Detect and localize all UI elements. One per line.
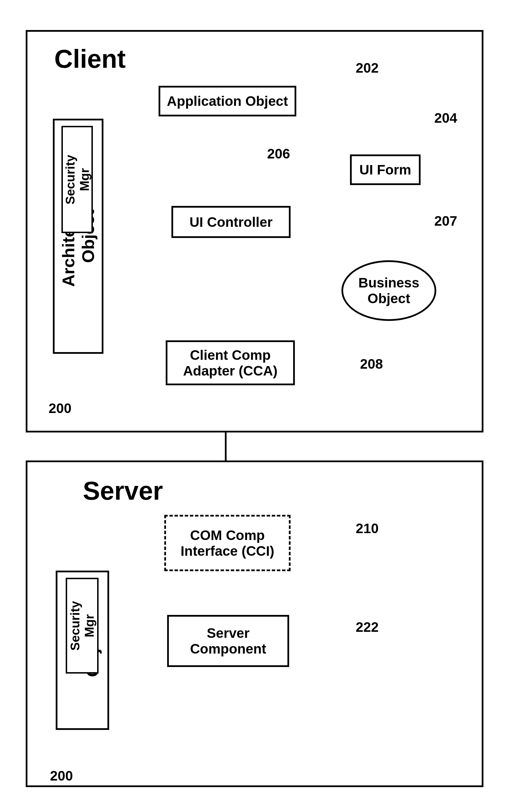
server-title: Server [83,476,163,506]
ui-controller: UI Controller [171,206,290,238]
application-object-label: Application Object [167,93,288,109]
ref-208: 208 [360,356,383,372]
client-security-mgr: Security Mgr [62,126,93,233]
server-component-label: Server Component [190,625,266,657]
ui-controller-label: UI Controller [189,214,272,230]
ui-form-label: UI Form [359,162,411,178]
ref-200-client: 200 [49,400,71,416]
ref-207: 207 [434,213,457,229]
server-security-mgr: Security Mgr [66,578,99,674]
ref-210: 210 [356,521,378,536]
client-comp-adapter-label: Client Comp Adapter (CCA) [183,347,278,379]
ref-200-server: 200 [50,768,73,784]
client-security-mgr-label: Security Mgr [63,127,91,232]
application-object: Application Object [159,86,296,117]
ui-form: UI Form [350,154,421,185]
client-comp-adapter: Client Comp Adapter (CCA) [166,340,295,385]
com-comp-interface-label: COM Comp Interface (CCI) [181,527,274,559]
ref-222: 222 [356,619,378,635]
com-comp-interface: COM Comp Interface (CCI) [164,515,290,571]
ref-204: 204 [434,110,457,126]
client-title: Client [54,44,126,74]
server-component: Server Component [167,615,289,667]
business-object: Business Object [341,260,436,321]
business-object-label: Business Object [358,275,419,306]
server-security-mgr-label: Security Mgr [68,579,97,672]
ref-202: 202 [356,60,378,76]
ref-206: 206 [267,146,290,161]
